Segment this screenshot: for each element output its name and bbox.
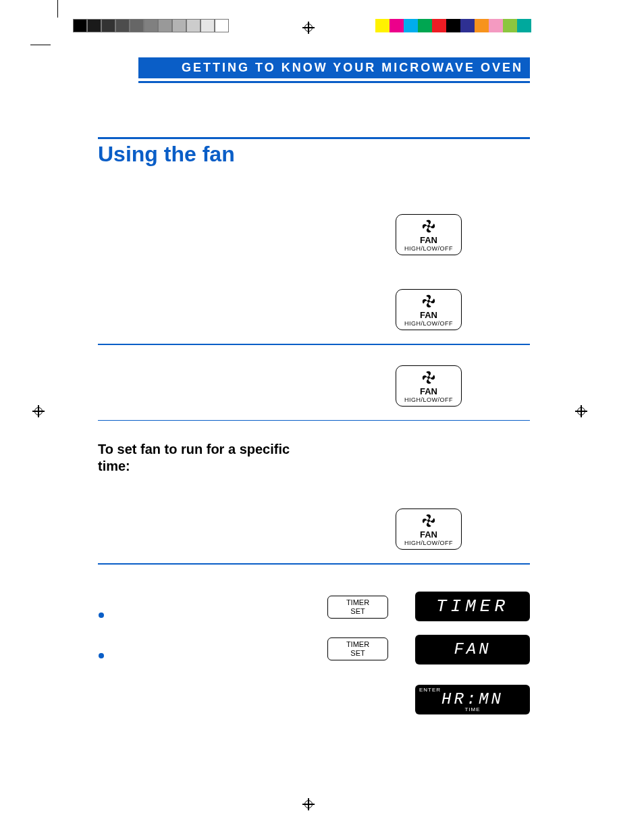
- lcd-annotation-bottom: TIME: [415, 706, 530, 712]
- divider: [98, 420, 530, 421]
- bullet-icon: [114, 594, 314, 635]
- fan-button[interactable]: FAN HIGH/LOW/OFF: [396, 365, 462, 407]
- registration-mark-icon: [32, 405, 45, 417]
- step-row: FAN HIGH/LOW/OFF: [98, 509, 530, 550]
- fan-button[interactable]: FAN HIGH/LOW/OFF: [396, 214, 462, 255]
- svg-point-1: [427, 300, 430, 303]
- step-row: To set fan to run for a specific time:: [98, 441, 530, 475]
- lcd-text: TIMER: [436, 596, 509, 617]
- step-row: FAN HIGH/LOW/OFF FAN HIGH/LOW/OFF: [98, 214, 530, 330]
- fan-icon: [421, 370, 436, 385]
- timer-button-label-1: TIMER: [331, 598, 385, 607]
- section-title: Using the fan: [98, 137, 530, 167]
- bullet-icon: [114, 635, 314, 675]
- fan-button-sublabel: HIGH/LOW/OFF: [399, 396, 458, 403]
- timer-button-label-1: TIMER: [331, 640, 385, 649]
- header-banner: GETTING TO KNOW YOUR MICROWAVE OVEN: [138, 57, 530, 78]
- svg-point-2: [427, 375, 430, 378]
- fan-button-sublabel: HIGH/LOW/OFF: [399, 245, 458, 252]
- timer-step-section: TIMER SET TIMER SET TIMER FAN ENTER HR:M…: [98, 592, 530, 714]
- lcd-display: FAN: [415, 635, 530, 664]
- registration-mark-icon: [302, 22, 315, 34]
- divider: [98, 563, 530, 565]
- fan-button-label: FAN: [399, 235, 458, 245]
- registration-mark-icon: [302, 798, 315, 810]
- registration-mark-icon: [575, 405, 587, 417]
- step-row: FAN HIGH/LOW/OFF: [98, 365, 530, 407]
- timer-button-label-2: SET: [331, 607, 385, 616]
- divider: [98, 344, 530, 345]
- fan-button-sublabel: HIGH/LOW/OFF: [399, 540, 458, 546]
- svg-point-0: [427, 225, 430, 228]
- page-content: GETTING TO KNOW YOUR MICROWAVE OVEN Usin…: [98, 57, 530, 714]
- fan-button[interactable]: FAN HIGH/LOW/OFF: [396, 509, 462, 550]
- fan-button-sublabel: HIGH/LOW/OFF: [399, 320, 458, 327]
- fan-icon: [421, 513, 436, 528]
- fan-icon: [421, 294, 436, 309]
- bullet-list: [98, 594, 314, 675]
- grayscale-color-bar: [73, 19, 229, 32]
- fan-button-label: FAN: [399, 310, 458, 320]
- lcd-text: FAN: [454, 640, 491, 658]
- fan-button-label: FAN: [399, 386, 458, 396]
- fan-button[interactable]: FAN HIGH/LOW/OFF: [396, 289, 462, 330]
- crop-mark: [57, 0, 58, 18]
- timer-set-button[interactable]: TIMER SET: [327, 596, 388, 619]
- lcd-display: TIMER: [415, 592, 530, 621]
- header-underline: [138, 81, 530, 83]
- lcd-display: ENTER HR:MN TIME: [415, 685, 530, 714]
- svg-point-3: [427, 519, 430, 522]
- fan-icon: [421, 219, 436, 234]
- timer-set-button[interactable]: TIMER SET: [327, 637, 388, 660]
- lcd-annotation-top: ENTER: [419, 687, 441, 693]
- fan-button-label: FAN: [399, 529, 458, 540]
- timer-button-label-2: SET: [331, 649, 385, 658]
- crop-mark: [30, 45, 51, 45]
- process-color-bar: [375, 19, 531, 32]
- sub-heading: To set fan to run for a specific time:: [98, 441, 314, 475]
